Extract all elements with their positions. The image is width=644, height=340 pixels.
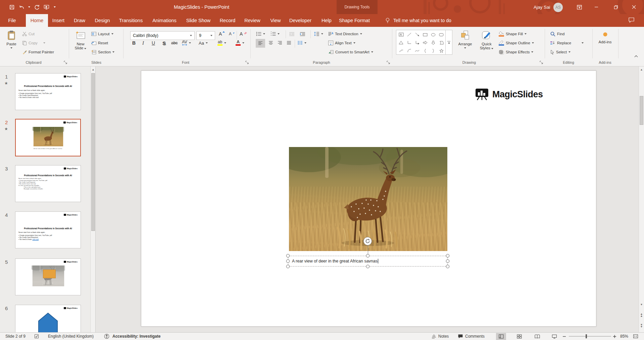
shape-rounded-rectangle-icon[interactable] bbox=[437, 31, 445, 39]
notes-button[interactable]: Notes bbox=[432, 333, 449, 340]
bold-button[interactable]: B bbox=[132, 39, 136, 47]
shape-elbow-icon[interactable] bbox=[405, 39, 413, 47]
panel-scrollbar-thumb[interactable] bbox=[91, 73, 95, 231]
columns-button[interactable] bbox=[297, 39, 306, 47]
rotation-handle-icon[interactable] bbox=[363, 237, 372, 245]
tab-review[interactable]: Review bbox=[242, 14, 262, 27]
feedback-icon[interactable] bbox=[628, 17, 635, 23]
tab-record[interactable]: Record bbox=[216, 14, 239, 27]
tab-help[interactable]: Help bbox=[318, 14, 335, 27]
tab-design[interactable]: Design bbox=[93, 14, 112, 27]
shrink-font-button[interactable]: A bbox=[229, 30, 235, 38]
line-spacing-button[interactable] bbox=[314, 30, 323, 38]
shape-textbox-icon[interactable] bbox=[397, 31, 405, 39]
tab-transitions[interactable]: Transitions bbox=[118, 14, 144, 27]
panel-scrollbar[interactable]: ▲ bbox=[90, 66, 96, 332]
shape-curve-icon[interactable] bbox=[413, 47, 421, 55]
shape-scribble-icon[interactable] bbox=[397, 47, 405, 55]
accessibility-status[interactable]: Accessibility: Investigate bbox=[112, 333, 160, 340]
zoom-slider[interactable] bbox=[569, 333, 611, 340]
resize-handle-mid-right[interactable] bbox=[446, 259, 449, 263]
format-painter-button[interactable]: Format Painter bbox=[22, 48, 54, 56]
comments-button[interactable]: Comments bbox=[458, 333, 485, 340]
thumbnail-slide-1[interactable]: MagicSlides Professional Presentations i… bbox=[15, 73, 81, 110]
copy-button[interactable]: Copy bbox=[22, 39, 45, 47]
redo-icon[interactable] bbox=[32, 2, 41, 12]
slide-canvas[interactable]: MagicSlides A rear view of deer in the g… bbox=[141, 70, 596, 327]
layout-button[interactable]: Layout bbox=[91, 30, 113, 38]
shape-line-icon[interactable] bbox=[405, 31, 413, 39]
ribbon-display-options-icon[interactable] bbox=[572, 0, 587, 14]
spellcheck-icon[interactable] bbox=[34, 333, 40, 340]
tab-developer[interactable]: Developer bbox=[287, 14, 314, 27]
tab-animations[interactable]: Animations bbox=[151, 14, 178, 27]
resize-handle-bottom-left[interactable] bbox=[286, 265, 290, 268]
highlight-button[interactable]: ab bbox=[217, 39, 226, 47]
tab-file[interactable]: File bbox=[5, 14, 19, 27]
shape-triangle-icon[interactable] bbox=[397, 39, 405, 47]
restore-button[interactable] bbox=[608, 0, 624, 14]
italic-button[interactable]: I bbox=[142, 39, 144, 47]
tab-home[interactable]: Home bbox=[26, 14, 48, 27]
start-presentation-icon[interactable] bbox=[42, 2, 51, 12]
deer-image[interactable] bbox=[289, 147, 447, 251]
slide-indicator[interactable]: Slide 2 of 9 bbox=[5, 333, 26, 340]
avatar[interactable]: AS bbox=[553, 3, 563, 12]
shape-star-icon[interactable] bbox=[437, 47, 445, 55]
shape-right-brace-icon[interactable] bbox=[429, 47, 437, 55]
panel-scroll-up-icon[interactable]: ▲ bbox=[91, 66, 96, 72]
underline-button[interactable]: U bbox=[152, 39, 155, 47]
shape-arc-icon[interactable] bbox=[405, 47, 413, 55]
font-color-button[interactable]: A bbox=[236, 39, 244, 47]
save-icon[interactable] bbox=[7, 2, 16, 12]
undo-dropdown-icon[interactable] bbox=[28, 6, 30, 8]
resize-handle-bottom-right[interactable] bbox=[446, 265, 449, 268]
minimize-button[interactable] bbox=[589, 0, 604, 14]
tab-slide-show[interactable]: Slide Show bbox=[184, 14, 212, 27]
reading-view-button[interactable] bbox=[532, 333, 542, 340]
change-case-button[interactable]: Aa bbox=[199, 39, 208, 47]
thumbnail-slide-6[interactable]: MagicSlides bbox=[15, 305, 81, 332]
shape-fill-button[interactable]: Shape Fill bbox=[499, 30, 527, 38]
select-button[interactable]: Select bbox=[550, 48, 571, 56]
quick-styles-button[interactable]: Quick Styles bbox=[477, 29, 497, 59]
new-slide-button[interactable]: New Slide bbox=[72, 29, 89, 59]
scroll-up-icon[interactable]: ▲ bbox=[639, 66, 644, 72]
resize-handle-top-left[interactable] bbox=[286, 254, 290, 257]
thumbnail-slide-4[interactable]: MagicSlides Professional Presentations i… bbox=[15, 211, 81, 248]
align-center-button[interactable] bbox=[266, 39, 275, 47]
slide-sorter-view-button[interactable] bbox=[514, 333, 524, 340]
drawing-dialog-launcher-icon[interactable] bbox=[540, 61, 544, 65]
collapse-ribbon-icon[interactable] bbox=[634, 55, 638, 57]
scroll-down-icon[interactable]: ▼ bbox=[639, 301, 644, 307]
zoom-level[interactable]: 85% bbox=[620, 333, 628, 340]
shape-effects-button[interactable]: Shape Effects bbox=[499, 48, 533, 56]
bullets-button[interactable] bbox=[256, 30, 265, 38]
character-spacing-button[interactable]: AV bbox=[182, 39, 191, 47]
tab-draw[interactable]: Draw bbox=[71, 14, 88, 27]
find-button[interactable]: Find bbox=[550, 30, 564, 38]
numbering-button[interactable] bbox=[270, 30, 280, 38]
shape-down-arrow-icon[interactable] bbox=[429, 39, 437, 47]
tell-me-box[interactable]: Tell me what you want to do bbox=[385, 14, 451, 27]
customize-qat-icon[interactable] bbox=[54, 6, 56, 8]
previous-slide-icon[interactable]: ▲▲ bbox=[639, 310, 644, 320]
tab-view[interactable]: View bbox=[269, 14, 282, 27]
fit-slide-to-window-icon[interactable] bbox=[633, 333, 638, 340]
language-status[interactable]: English (United Kingdom) bbox=[48, 333, 94, 340]
tab-insert[interactable]: Insert bbox=[49, 14, 68, 27]
shape-gallery-more-icon[interactable] bbox=[445, 30, 452, 54]
paragraph-dialog-launcher-icon[interactable] bbox=[387, 61, 391, 65]
user-name[interactable]: Ajay Sai bbox=[534, 0, 550, 14]
clear-formatting-button[interactable]: A bbox=[240, 30, 247, 38]
zoom-out-button[interactable] bbox=[562, 333, 566, 340]
grow-font-button[interactable]: A bbox=[219, 30, 225, 38]
thumbnail-slide-2[interactable]: MagicSlides A rear view of deer in the g… bbox=[15, 119, 81, 156]
undo-icon[interactable] bbox=[17, 2, 26, 12]
resize-handle-bottom-center[interactable] bbox=[366, 265, 369, 268]
shape-outline-button[interactable]: Shape Outline bbox=[499, 39, 534, 47]
thumbnail-slide-3[interactable]: MagicSlides Professional Presentations i… bbox=[15, 165, 81, 202]
resize-handle-top-right[interactable] bbox=[446, 254, 449, 257]
shape-arrow-icon[interactable] bbox=[413, 31, 421, 39]
close-button[interactable] bbox=[626, 0, 642, 14]
